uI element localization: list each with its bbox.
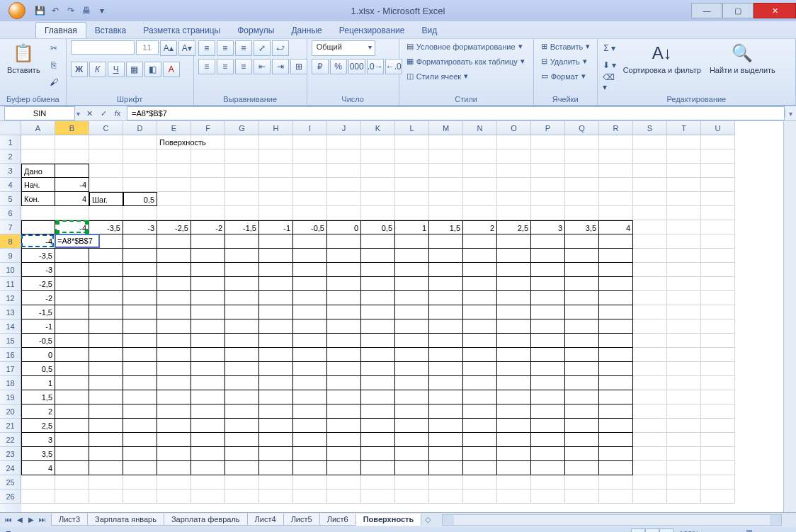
cell[interactable] <box>497 319 531 334</box>
cell[interactable] <box>55 334 89 348</box>
cell[interactable] <box>701 419 735 433</box>
wrap-text-button[interactable]: ⮐ <box>272 40 289 56</box>
cell[interactable] <box>225 249 259 263</box>
row-header[interactable]: 12 <box>0 291 21 305</box>
cell[interactable] <box>395 305 429 319</box>
cell[interactable] <box>599 277 633 291</box>
cell[interactable] <box>463 149 497 164</box>
cell[interactable] <box>259 149 293 164</box>
cell[interactable]: 3 <box>531 220 565 234</box>
cell[interactable] <box>327 348 361 362</box>
cell[interactable] <box>259 249 293 263</box>
cell[interactable] <box>463 135 497 149</box>
cell[interactable] <box>599 362 633 376</box>
cell[interactable] <box>293 334 327 348</box>
cell[interactable] <box>633 234 667 249</box>
cell[interactable] <box>259 277 293 291</box>
row-header[interactable]: 22 <box>0 433 21 447</box>
cell[interactable] <box>599 164 633 178</box>
cell[interactable] <box>531 178 565 192</box>
cell[interactable] <box>157 447 191 461</box>
cell[interactable] <box>89 390 123 404</box>
cell[interactable]: 1,5 <box>429 220 463 234</box>
cell[interactable] <box>395 291 429 305</box>
cell[interactable] <box>633 305 667 319</box>
ribbon-tab-рецензирование[interactable]: Рецензирование <box>331 23 414 38</box>
cell[interactable] <box>667 149 701 164</box>
cell[interactable] <box>633 277 667 291</box>
cell[interactable] <box>123 263 157 277</box>
cell[interactable] <box>123 404 157 419</box>
cell[interactable] <box>89 475 123 489</box>
cell[interactable] <box>497 249 531 263</box>
maximize-button[interactable]: ▢ <box>722 3 754 18</box>
cell[interactable] <box>361 348 395 362</box>
row-header[interactable]: 24 <box>0 461 21 475</box>
border-button[interactable]: ▦ <box>126 62 143 77</box>
cell[interactable] <box>157 404 191 419</box>
cell[interactable] <box>497 149 531 164</box>
cell[interactable] <box>55 447 89 461</box>
cell[interactable] <box>429 404 463 419</box>
cell[interactable] <box>531 376 565 390</box>
cell[interactable] <box>123 249 157 263</box>
cell[interactable] <box>429 390 463 404</box>
cell[interactable] <box>497 376 531 390</box>
cell[interactable] <box>123 489 157 504</box>
decrease-indent-button[interactable]: ⇤ <box>254 59 271 74</box>
cell[interactable] <box>157 348 191 362</box>
cell[interactable] <box>191 234 225 249</box>
row-header[interactable]: 15 <box>0 334 21 348</box>
cell[interactable] <box>157 334 191 348</box>
paste-button[interactable]: 📋 Вставить <box>4 40 43 76</box>
cell[interactable] <box>565 475 599 489</box>
cell[interactable] <box>701 249 735 263</box>
cell[interactable] <box>259 447 293 461</box>
cell[interactable] <box>599 319 633 334</box>
cell[interactable] <box>191 249 225 263</box>
cell[interactable] <box>293 135 327 149</box>
cell[interactable] <box>531 489 565 504</box>
cell[interactable]: -0,5 <box>21 334 55 348</box>
cell[interactable] <box>191 447 225 461</box>
cell[interactable] <box>429 334 463 348</box>
cell[interactable] <box>89 489 123 504</box>
cell[interactable] <box>395 461 429 475</box>
format-as-table-button[interactable]: ▦Форматировать как таблицу ▾ <box>404 55 528 67</box>
cell[interactable] <box>327 305 361 319</box>
cell[interactable] <box>191 206 225 220</box>
underline-button[interactable]: Ч <box>108 62 125 77</box>
cell[interactable] <box>701 319 735 334</box>
cell[interactable] <box>327 404 361 419</box>
cell[interactable] <box>55 475 89 489</box>
cell[interactable] <box>667 291 701 305</box>
cell[interactable] <box>565 348 599 362</box>
cell[interactable] <box>361 376 395 390</box>
cell[interactable] <box>293 305 327 319</box>
cell[interactable] <box>225 305 259 319</box>
cell[interactable] <box>327 164 361 178</box>
cell[interactable] <box>463 291 497 305</box>
cell[interactable]: -2 <box>21 291 55 305</box>
cell[interactable] <box>497 419 531 433</box>
cell[interactable] <box>701 362 735 376</box>
font-name-input[interactable] <box>71 40 135 55</box>
page-layout-view-button[interactable] <box>645 528 659 532</box>
cell[interactable] <box>293 164 327 178</box>
cell[interactable] <box>157 149 191 164</box>
cell[interactable] <box>633 419 667 433</box>
cell[interactable] <box>327 206 361 220</box>
cell[interactable] <box>361 277 395 291</box>
tab-last-icon[interactable]: ⏭ <box>37 516 48 523</box>
orientation-button[interactable]: ⤢ <box>254 40 271 56</box>
cell[interactable] <box>531 319 565 334</box>
cell[interactable] <box>123 206 157 220</box>
column-header[interactable]: P <box>531 121 565 135</box>
normal-view-button[interactable] <box>631 528 645 532</box>
ribbon-tab-данные[interactable]: Данные <box>283 23 330 38</box>
cell[interactable] <box>531 447 565 461</box>
cell[interactable] <box>701 489 735 504</box>
cell[interactable] <box>633 362 667 376</box>
cell[interactable] <box>701 178 735 192</box>
cell[interactable] <box>565 178 599 192</box>
